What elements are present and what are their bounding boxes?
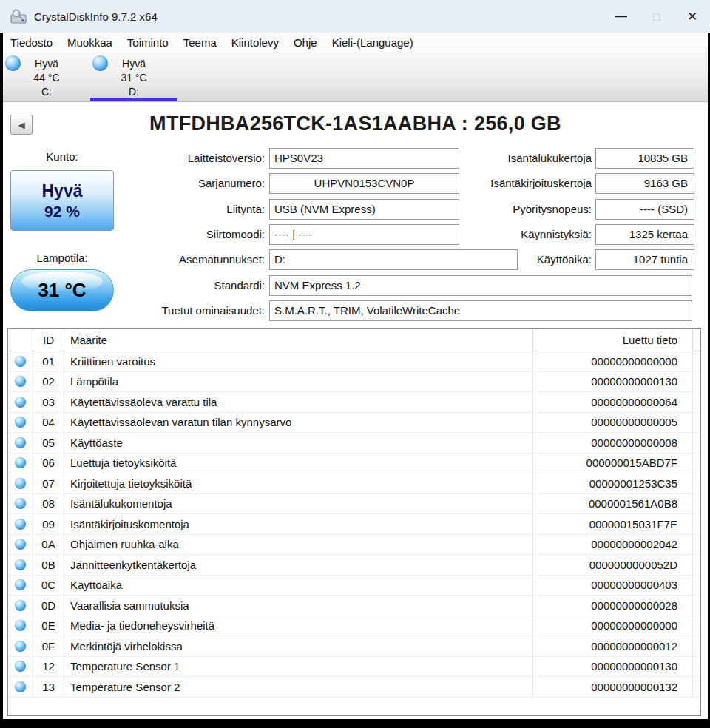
row-tail [693,657,700,677]
status-orb-icon [15,519,26,530]
table-row[interactable]: 04 Käytettävissäolevan varatun tilan kyn… [8,413,700,434]
table-row[interactable]: 12 Temperature Sensor 1 00000000000130 [8,657,700,678]
drive-tab-c[interactable]: Hyvä 44 °C C: [3,53,90,101]
status-orb-icon [15,559,26,570]
attribute-id: 02 [33,372,64,392]
attribute-raw-value: 00000000000132 [533,677,693,697]
smart-table-header: ID Määrite Luettu tieto [8,329,700,351]
table-row[interactable]: 05 Käyttöaste 00000000000008 [8,433,700,454]
attribute-raw-value: 000000015ABD7F [533,454,693,473]
row-tail [693,677,700,697]
health-label: Kunto: [10,150,114,165]
drive-tab-bar: Hyvä 44 °C C: Hyvä 31 °C D: [3,53,708,102]
field-value-standard: NVM Express 1.2 [269,275,692,296]
table-row[interactable]: 0C Käyttöaika 00000000000403 [8,576,700,596]
drive-status-orb-icon [5,55,21,71]
attribute-id: 12 [33,657,64,677]
field-label-power-on-count: Käynnistyksiä: [447,224,592,245]
field-value-transfer-mode: ---- | ---- [269,224,459,245]
row-tail [693,535,700,555]
attribute-id: 03 [33,392,64,412]
row-tail [693,555,700,575]
attribute-id: 0E [33,616,64,636]
status-orb-icon [15,641,26,652]
attribute-raw-value: 0000001561A0B8 [533,494,693,514]
attribute-raw-value: 00000000000130 [533,657,693,677]
status-orb-icon [15,376,26,387]
menu-item[interactable]: Toiminto [120,36,176,49]
attribute-name: Ohjaimen ruuhka-aika [64,535,533,555]
field-label-host-writes: Isäntäkirjoituskertoja [447,173,592,194]
row-tail [693,351,700,371]
window-body: Tiedosto Muokkaa Toiminto Teema Kiintole… [3,33,708,719]
menu-item[interactable]: Ohje [286,36,325,49]
field-value-firmware: HPS0V23 [269,148,459,169]
field-value-features: S.M.A.R.T., TRIM, VolatileWriteCache [269,300,692,321]
status-orb-icon [15,620,26,631]
table-row[interactable]: 08 Isäntälukukomentoja 0000001561A0B8 [8,494,700,515]
table-row[interactable]: 0A Ohjaimen ruuhka-aika 00000000002042 [8,535,700,556]
status-orb-icon [15,397,26,408]
status-orb-icon [15,417,26,428]
minimize-button[interactable]: — [604,0,639,33]
app-icon [10,8,27,24]
table-row[interactable]: 0D Vaarallisia sammutuksia 0000000000002… [8,596,700,616]
status-orb-icon [15,478,26,489]
status-orb-icon [15,437,26,448]
field-label-features: Tuetut ominaisuudet: [114,300,265,321]
table-row[interactable]: 0E Media- ja tiedoneheysvirheitä 0000000… [8,616,700,637]
table-row[interactable]: 09 Isäntäkirjoituskomentoja 00000015031F… [8,514,700,535]
field-label-transfer-mode: Siirtomoodi: [114,224,265,245]
attribute-raw-value: 0000000000052D [533,555,693,575]
attribute-id: 0B [33,555,64,575]
status-orb-icon [15,661,26,672]
attribute-name: Käyttöaste [64,433,533,453]
attribute-name: Luettuja tietoyksiköitä [64,454,533,473]
attribute-raw-value: 00000000000000 [533,351,693,371]
drive-status-orb-icon [92,55,108,71]
menu-item[interactable]: Teema [176,36,224,49]
attribute-name: Temperature Sensor 2 [64,677,533,697]
attribute-name: Kriittinen varoitus [64,351,533,371]
attribute-raw-value: 00000000002042 [533,535,693,555]
row-tail [693,494,700,514]
attribute-raw-value: 00000000000005 [533,413,693,433]
row-tail [693,616,700,636]
field-label-standard: Standardi: [114,275,265,296]
row-tail [693,372,700,392]
attribute-id: 0F [33,636,64,656]
attribute-name: Merkintöjä virhelokissa [64,636,533,656]
table-row[interactable]: 02 Lämpötila 00000000000130 [8,372,700,393]
table-row[interactable]: 06 Luettuja tietoyksiköitä 000000015ABD7… [8,454,700,474]
drive-tab-d[interactable]: Hyvä 31 °C D: [90,53,178,101]
table-row[interactable]: 03 Käytettävissäoleva varattu tila 00000… [8,392,700,413]
menu-item[interactable]: Muokkaa [60,36,120,49]
field-label-interface: Liityntä: [114,199,265,220]
attribute-id: 08 [33,494,64,514]
close-button[interactable]: ✕ [674,0,710,33]
table-row[interactable]: 0F Merkintöjä virhelokissa 0000000000001… [8,636,700,657]
menu-item[interactable]: Kieli-(Language) [325,36,421,49]
table-row[interactable]: 07 Kirjoitettuja tietoyksiköitä 00000001… [8,473,700,494]
temperature-button[interactable]: 31 °C [10,269,114,311]
attribute-name: Kirjoitettuja tietoyksiköitä [64,473,533,493]
menu-item[interactable]: Tiedosto [3,36,60,49]
field-label-firmware: Laitteistoversio: [114,148,265,169]
health-status-button[interactable]: Hyvä 92 % [10,170,114,231]
field-label-rotation-rate: Pyöritysnopeus: [447,199,592,220]
status-orb-icon [15,681,26,692]
table-row[interactable]: 0B Jännitteenkytkentäkertoja 00000000000… [8,555,700,576]
field-label-serial: Sarjanumero: [114,173,265,194]
status-orb-icon [15,539,26,550]
attribute-name: Käytettävissäoleva varattu tila [64,392,533,412]
status-orb-icon [15,457,26,468]
menu-item[interactable]: Kiintolevy [224,36,286,49]
drive-letter: D: [90,85,178,99]
table-row[interactable]: 13 Temperature Sensor 2 00000000000132 [8,677,700,698]
temperature-value: 31 °C [38,279,86,302]
table-row[interactable]: 01 Kriittinen varoitus 00000000000000 [8,351,700,372]
attribute-id: 0C [33,576,64,596]
row-tail [693,636,700,656]
header-id: ID [33,329,64,351]
health-status: Hyvä [42,182,83,200]
